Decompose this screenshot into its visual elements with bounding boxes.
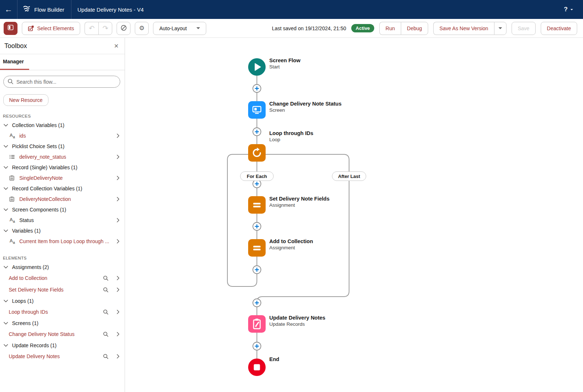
chevron-down-icon: [4, 344, 8, 347]
back-arrow-icon[interactable]: ←: [0, 0, 17, 19]
elements-heading: ELEMENTS: [3, 256, 125, 260]
element-item-update-delivery-notes[interactable]: Update Delivery Notes: [0, 351, 125, 362]
chevron-down-icon: [4, 300, 8, 302]
category-record-collection-variables[interactable]: Record Collection Variables (1): [0, 183, 125, 194]
layout-mode-select[interactable]: Auto-Layout: [153, 22, 206, 35]
category-update-records[interactable]: Update Records (1): [0, 340, 125, 351]
save-options-button[interactable]: [494, 22, 506, 35]
chevron-right-icon[interactable]: [117, 134, 120, 138]
tab-manager[interactable]: Manager: [3, 59, 24, 64]
last-saved-text: Last saved on 19/12/2024, 21:50: [272, 25, 346, 31]
node-end-icon[interactable]: [248, 359, 266, 376]
node-start-icon[interactable]: [248, 58, 266, 76]
save-button[interactable]: Save: [512, 22, 536, 35]
category-loops[interactable]: Loops (1): [0, 296, 125, 306]
find-in-canvas-icon[interactable]: [103, 276, 109, 281]
chevron-right-icon[interactable]: [117, 197, 120, 201]
close-icon[interactable]: ✕: [114, 43, 119, 50]
chevron-right-icon[interactable]: [117, 332, 120, 336]
node-screen-icon[interactable]: [248, 101, 266, 119]
gear-icon: ⚙: [139, 25, 145, 31]
tab-active-underline: [0, 69, 29, 70]
loop-icon: [248, 144, 266, 162]
toolbox-toggle-button[interactable]: [4, 22, 17, 35]
find-in-canvas-icon[interactable]: [103, 354, 109, 359]
resource-item-status[interactable]: Aa Status: [0, 215, 125, 225]
redo-button[interactable]: ↷: [98, 22, 112, 35]
flow-title: Update Delivery Notes - V4: [71, 7, 144, 13]
branch-label-after-last: After Last: [332, 171, 366, 181]
resource-item-ids[interactable]: Aa ids: [0, 130, 125, 141]
run-button[interactable]: Run: [379, 22, 401, 35]
find-in-canvas-icon[interactable]: [103, 309, 109, 315]
layout-mode-value: Auto-Layout: [159, 25, 187, 31]
help-icon[interactable]: ?: [564, 6, 568, 13]
chevron-right-icon[interactable]: [117, 276, 120, 280]
error-check-button[interactable]: [117, 22, 130, 35]
search-icon: [8, 79, 13, 86]
category-screens[interactable]: Screens (1): [0, 318, 125, 328]
select-elements-button[interactable]: Select Elements: [22, 22, 80, 35]
resource-item-delivery-note-status[interactable]: delivery_note_status: [0, 151, 125, 162]
chevron-down-icon: [4, 187, 8, 190]
chevron-right-icon[interactable]: [117, 354, 120, 359]
text-variable-icon: Aa: [9, 238, 17, 245]
category-record-single-variables[interactable]: Record (Single) Variables (1): [0, 162, 125, 173]
category-screen-components[interactable]: Screen Components (1): [0, 204, 125, 215]
undo-icon: ↶: [89, 25, 95, 32]
status-badge: Active: [351, 24, 374, 32]
node-end-label: End: [269, 356, 279, 363]
chevron-down-icon: [4, 145, 8, 148]
save-as-new-version-button[interactable]: Save As New Version: [433, 22, 494, 35]
undo-button[interactable]: ↶: [85, 22, 98, 35]
category-picklist-choice-sets[interactable]: Picklist Choice Sets (1): [0, 141, 125, 151]
search-input[interactable]: [3, 76, 120, 88]
resources-heading: RESOURCES: [3, 114, 125, 118]
resource-item-deliverynotecollection[interactable]: DeliveryNoteCollection: [0, 194, 125, 204]
chevron-right-icon[interactable]: [117, 310, 120, 314]
chevron-down-icon: [4, 208, 8, 211]
app-name: Flow Builder: [34, 7, 64, 13]
element-item-add-to-collection[interactable]: Add to Collection: [0, 272, 125, 284]
node-update-delivery-notes-icon[interactable]: [248, 315, 266, 333]
chevron-down-icon: [498, 27, 502, 29]
new-resource-button[interactable]: New Resource: [3, 94, 48, 106]
resource-item-current-item-from-loop[interactable]: Aa Current Item from Loop Loop through .…: [0, 236, 125, 246]
record-icon: [9, 197, 17, 202]
deactivate-button[interactable]: Deactivate: [541, 22, 577, 35]
text-variable-icon: Aa: [9, 217, 17, 223]
element-item-set-delivery-note-fields[interactable]: Set Delivery Note Fields: [0, 284, 125, 296]
chevron-right-icon[interactable]: [117, 176, 120, 180]
chevron-right-icon[interactable]: [117, 155, 120, 159]
toolbox-title: Toolbox: [4, 42, 27, 50]
node-add-to-collection-icon[interactable]: [248, 239, 266, 257]
find-in-canvas-icon[interactable]: [103, 332, 109, 337]
text-variable-icon: Aa: [9, 132, 17, 139]
assignment-icon: [248, 196, 266, 214]
category-assignments[interactable]: Assignments (2): [0, 262, 125, 272]
find-in-canvas-icon[interactable]: [103, 287, 109, 293]
panel-toggle-icon: [8, 25, 13, 32]
chevron-down-icon: [4, 229, 8, 232]
help-caret-icon[interactable]: [571, 9, 573, 10]
element-item-loop-through-ids[interactable]: Loop through IDs: [0, 306, 125, 318]
category-collection-variables[interactable]: Collection Variables (1): [0, 120, 125, 130]
screen-icon: [252, 105, 262, 115]
flow-canvas[interactable]: Screen Flow Start Change Delivery Note S…: [125, 38, 583, 392]
connector-lines: [125, 38, 583, 392]
category-variables[interactable]: Variables (1): [0, 225, 125, 236]
node-set-delivery-note-fields-icon[interactable]: [248, 196, 266, 214]
settings-button[interactable]: ⚙: [135, 22, 149, 35]
node-set-delivery-note-fields-label: Set Delivery Note Fields Assignment: [269, 195, 329, 209]
chevron-right-icon[interactable]: [117, 288, 120, 292]
chevron-right-icon[interactable]: [117, 239, 120, 243]
resource-item-singledeliverynote[interactable]: SingleDeliveryNote: [0, 173, 125, 183]
chevron-right-icon[interactable]: [117, 218, 120, 222]
debug-button[interactable]: Debug: [401, 22, 428, 35]
node-screen-label: Change Delivery Note Status Screen: [269, 100, 341, 114]
select-elements-label: Select Elements: [37, 25, 74, 31]
element-item-change-delivery-note-status[interactable]: Change Delivery Note Status: [0, 328, 125, 340]
app-header: ← Flow Builder Update Delivery Notes - V…: [0, 0, 583, 19]
node-loop-icon[interactable]: [248, 144, 266, 162]
branch-label-for-each: For Each: [240, 171, 274, 181]
